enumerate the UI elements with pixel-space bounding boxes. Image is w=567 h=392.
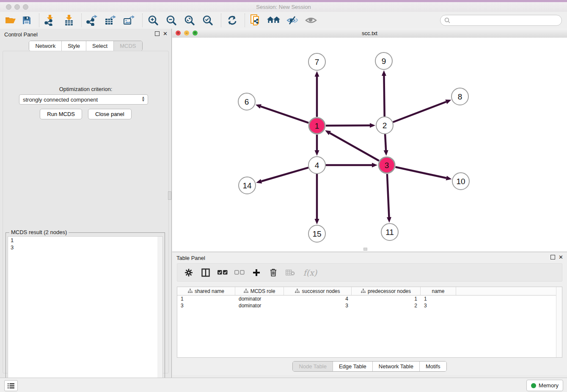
table-scrollbar[interactable] xyxy=(556,287,562,357)
node-label-2: 2 xyxy=(383,121,387,130)
export-network-button[interactable] xyxy=(85,14,99,27)
tab-network[interactable]: Network xyxy=(29,41,61,51)
open-folder-icon xyxy=(5,16,16,25)
table-cell[interactable]: 3 xyxy=(421,302,456,309)
close-panel-icon[interactable]: ✕ xyxy=(163,30,168,37)
tab-style[interactable]: Style xyxy=(61,41,86,51)
close-table-panel-icon[interactable]: ✕ xyxy=(559,254,563,260)
result-scrollbar[interactable] xyxy=(157,237,162,389)
column-header-MCDS-role[interactable]: MCDS role xyxy=(235,287,284,295)
network-canvas[interactable]: 7968124314101511 xyxy=(172,38,567,251)
table-row[interactable]: 1dominator411 xyxy=(177,295,562,302)
edge-4-14[interactable] xyxy=(261,168,308,181)
search-input[interactable] xyxy=(440,15,562,26)
arrowhead-icon xyxy=(315,71,319,77)
table-cell[interactable]: 1 xyxy=(352,295,421,302)
table-cell[interactable]: 2 xyxy=(352,302,421,309)
zoom-out-button[interactable] xyxy=(164,14,179,27)
arrowhead-icon xyxy=(370,123,375,128)
table-panel-header: Table Panel ✕ xyxy=(172,252,567,263)
node-label-10: 10 xyxy=(456,177,465,186)
app-title: Session: New Session xyxy=(0,4,567,10)
edge-3-1[interactable] xyxy=(330,133,379,161)
edge-1-2[interactable] xyxy=(326,125,370,126)
run-mcds-button[interactable]: Run MCDS xyxy=(40,109,82,119)
panel-splitter-handle[interactable] xyxy=(168,191,171,200)
table-cell[interactable]: dominator xyxy=(235,302,284,309)
optimization-criterion-select[interactable]: strongly connected component ▲▼ xyxy=(19,94,148,105)
export-image-button[interactable] xyxy=(122,14,136,27)
show-view-button[interactable] xyxy=(304,14,318,27)
memory-button[interactable]: Memory xyxy=(526,380,563,391)
column-header-name[interactable]: name xyxy=(421,287,456,295)
task-history-button[interactable] xyxy=(4,380,18,391)
node-label-14: 14 xyxy=(242,181,252,190)
unchecked-boxes-icon xyxy=(234,270,245,275)
edge-3-10[interactable] xyxy=(396,167,446,178)
unselect-all-columns-button[interactable] xyxy=(234,267,245,278)
network-window-titlebar[interactable]: ✕ − + scc.txt xyxy=(172,29,567,38)
float-table-panel-icon[interactable] xyxy=(550,255,555,259)
function-builder-button[interactable]: f(x) xyxy=(302,267,319,278)
table-cell[interactable]: dominator xyxy=(235,295,284,302)
export-image-icon xyxy=(124,15,135,26)
save-session-button[interactable] xyxy=(19,14,34,27)
canvas-scroll-handle[interactable] xyxy=(363,248,367,251)
column-header-label: name xyxy=(432,288,444,294)
column-header-predecessor-nodes[interactable]: predecessor nodes xyxy=(352,287,421,295)
import-network-button[interactable] xyxy=(42,14,57,27)
tab-network-table[interactable]: Network Table xyxy=(372,362,419,371)
delete-table-button[interactable] xyxy=(285,267,296,278)
export-table-button[interactable] xyxy=(103,14,118,27)
toolbar-separator xyxy=(81,14,82,27)
close-panel-button[interactable]: Close panel xyxy=(88,109,132,119)
hide-view-button[interactable] xyxy=(285,14,300,27)
edge-3-11[interactable] xyxy=(387,174,389,217)
table-cell[interactable]: 4 xyxy=(284,295,352,302)
table-row[interactable]: 3dominator323 xyxy=(177,302,562,309)
import-table-button[interactable] xyxy=(62,14,76,27)
hierarchy-icon xyxy=(295,289,300,293)
export-network-icon xyxy=(86,15,97,26)
edge-2-8[interactable] xyxy=(393,102,446,122)
edge-2-9[interactable] xyxy=(384,76,384,116)
select-all-columns-button[interactable] xyxy=(217,267,228,278)
table-cell[interactable]: 3 xyxy=(177,302,235,309)
open-session-button[interactable] xyxy=(3,14,18,27)
home-pages-button[interactable] xyxy=(267,14,281,27)
apply-layout-button[interactable] xyxy=(225,14,239,27)
clone-network-button[interactable] xyxy=(249,14,263,27)
control-panel-header: Control Panel ✕ xyxy=(0,29,171,40)
node-label-11: 11 xyxy=(385,228,394,237)
table-tabs: Node TableEdge TableNetwork TableMotifs xyxy=(172,361,567,372)
table-cell[interactable]: 3 xyxy=(284,302,352,309)
arrowhead-icon xyxy=(382,70,386,76)
node-label-4: 4 xyxy=(315,161,319,170)
arrowhead-icon xyxy=(372,163,377,168)
control-panel: Control Panel ✕ NetworkStyleSelectMCDS O… xyxy=(0,29,172,378)
edge-1-6[interactable] xyxy=(261,106,308,123)
mcds-result-list[interactable]: 13 xyxy=(8,236,163,389)
table-settings-button[interactable] xyxy=(183,267,194,278)
zoom-in-button[interactable] xyxy=(146,14,160,27)
column-header-successor-nodes[interactable]: successor nodes xyxy=(284,287,352,295)
column-header-shared-name[interactable]: shared name xyxy=(177,287,235,295)
tab-mcds[interactable]: MCDS xyxy=(113,41,142,51)
tab-motifs[interactable]: Motifs xyxy=(419,362,446,371)
control-panel-tabs: NetworkStyleSelectMCDS xyxy=(0,41,171,51)
arrowhead-icon xyxy=(315,219,319,224)
create-column-button[interactable] xyxy=(251,267,262,278)
table-cell[interactable]: 1 xyxy=(421,295,456,302)
network-graph[interactable]: 7968124314101511 xyxy=(172,38,567,251)
delete-column-button[interactable] xyxy=(268,267,279,278)
float-panel-icon[interactable] xyxy=(155,31,160,36)
tab-node-table[interactable]: Node Table xyxy=(293,362,333,371)
tab-edge-table[interactable]: Edge Table xyxy=(333,362,372,371)
network-title: scc.txt xyxy=(172,30,567,36)
zoom-fit-button[interactable] xyxy=(182,14,197,27)
zoom-selected-button[interactable] xyxy=(201,14,215,27)
tab-select[interactable]: Select xyxy=(86,41,113,51)
table-cell[interactable]: 1 xyxy=(177,295,235,302)
show-columns-button[interactable] xyxy=(200,267,211,278)
edge-2-3[interactable] xyxy=(385,134,386,150)
